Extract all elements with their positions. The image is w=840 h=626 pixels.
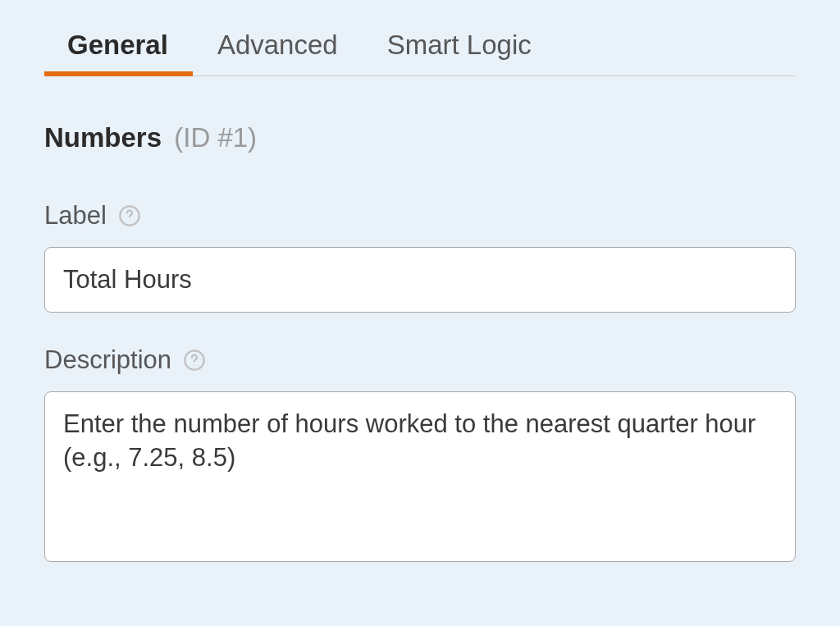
section-id: (ID #1) [174, 122, 257, 153]
label-input[interactable] [44, 247, 796, 313]
section-title: Numbers [44, 122, 162, 153]
label-field-label: Label [44, 201, 107, 231]
settings-panel: General Advanced Smart Logic Numbers (ID… [0, 0, 840, 565]
svg-point-3 [194, 364, 194, 365]
field-label-row: Description [44, 345, 796, 375]
description-field-label: Description [44, 345, 171, 375]
tab-general[interactable]: General [67, 30, 168, 75]
tabs-nav: General Advanced Smart Logic [44, 0, 796, 76]
field-label-row: Label [44, 201, 796, 231]
help-icon[interactable] [183, 349, 206, 372]
field-group-description: Description [44, 345, 796, 565]
field-group-label: Label [44, 201, 796, 313]
tab-advanced[interactable]: Advanced [217, 30, 338, 75]
svg-point-1 [129, 220, 130, 221]
section-header: Numbers (ID #1) [44, 122, 796, 153]
tab-smart-logic[interactable]: Smart Logic [387, 30, 532, 75]
help-icon[interactable] [118, 204, 141, 227]
description-input[interactable] [44, 391, 796, 562]
